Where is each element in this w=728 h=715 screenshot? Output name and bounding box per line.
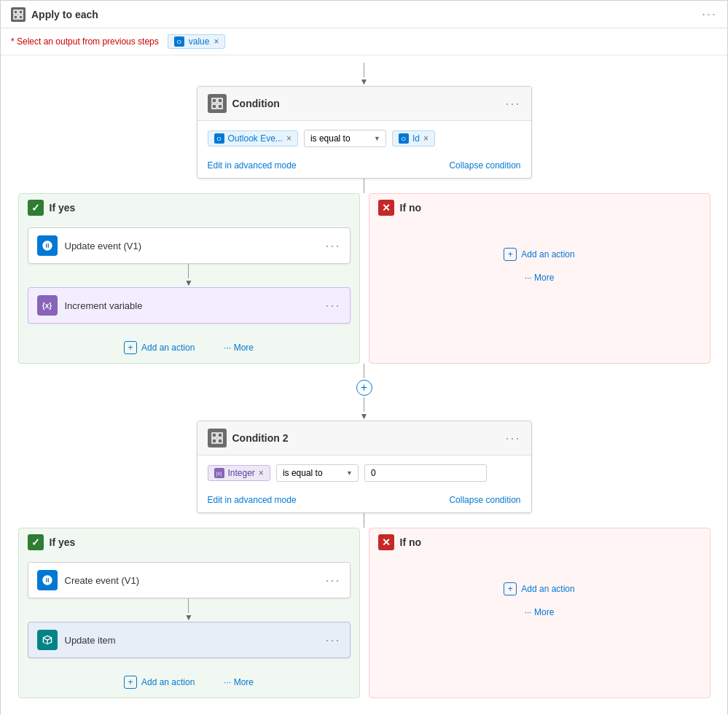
condition1-icon: [208, 94, 227, 113]
value-chip-icon: O: [174, 36, 184, 47]
check-yes-2-icon: ✓: [28, 534, 44, 550]
svg-rect-7: [218, 104, 222, 109]
svg-rect-5: [218, 98, 222, 103]
condition2-operator-wrapper: is equal to is not equal to: [276, 464, 359, 482]
condition1-operator[interactable]: is equal to is not equal to contains: [304, 130, 386, 147]
select-output-row: * Select an output from previous steps O…: [1, 28, 727, 55]
add-action-ifno-1-btn[interactable]: + Add an action: [498, 245, 580, 264]
condition1-edit-link[interactable]: Edit in advanced mode: [208, 160, 297, 171]
condition2-left-token[interactable]: (x) Integer ×: [208, 465, 270, 481]
action-update-event-dots[interactable]: ···: [325, 238, 340, 254]
condition1-left-token[interactable]: O Outlook Eve... ×: [208, 130, 298, 146]
action-increment[interactable]: {x} Increment variable ···: [28, 287, 351, 324]
condition2-icon: [208, 429, 227, 448]
condition1-title: Condition: [232, 98, 280, 109]
action-create-event-icon: [37, 570, 58, 590]
bottom-actions: [364, 704, 364, 715]
if-no-1-body: + Add an action ··· More: [369, 222, 710, 309]
main-container: Apply to each ··· * Select an output fro…: [0, 0, 728, 715]
more-ifno-1-btn[interactable]: ··· More: [519, 270, 560, 286]
add-action-ifno-1-label: Add an action: [521, 249, 574, 259]
action-update-item-left: Update item: [37, 630, 116, 650]
add-action-2-btn[interactable]: + Add an action: [118, 673, 200, 692]
value-chip[interactable]: O value ×: [168, 34, 226, 49]
add-action-1-btn[interactable]: + Add an action: [118, 338, 200, 357]
more-2-btn[interactable]: ··· More: [218, 674, 259, 690]
condition2-three-dots[interactable]: ···: [505, 431, 520, 446]
svg-rect-9: [218, 433, 222, 437]
condition2-title: Condition 2: [232, 432, 289, 444]
action-create-event[interactable]: Create event (V1) ···: [28, 562, 351, 598]
check-no-2-icon: ✕: [378, 534, 394, 550]
action-update-item-title: Update item: [65, 635, 116, 646]
condition2-body: (x) Integer × is equal to is not equal t…: [197, 456, 531, 491]
if-yes-1-header: ✓ If yes: [19, 194, 359, 222]
if-no-2-label: If no: [400, 536, 422, 548]
add-between-icon[interactable]: +: [356, 380, 372, 396]
action-update-item[interactable]: Update item ···: [28, 622, 351, 658]
action-update-item-icon: [37, 630, 58, 650]
header-three-dots[interactable]: ···: [702, 7, 717, 22]
add-action-1-icon: +: [124, 341, 137, 354]
action-update-event[interactable]: Update event (V1) ···: [28, 227, 351, 264]
action-increment-dots[interactable]: ···: [325, 298, 340, 313]
more-2-label: ··· More: [224, 677, 254, 687]
action-update-event-title: Update event (V1): [65, 241, 142, 251]
condition1-header: Condition ···: [197, 87, 531, 121]
more-ifno-2-btn[interactable]: ··· More: [519, 604, 560, 620]
add-action-2-icon: +: [124, 676, 137, 689]
if-yes-2-footer: + Add an action ··· More: [19, 667, 359, 698]
apply-to-each-icon: [11, 7, 26, 22]
if-no-2-body: + Add an action ··· More: [369, 556, 710, 644]
add-action-ifno-2-label: Add an action: [521, 584, 574, 594]
value-chip-close[interactable]: ×: [214, 36, 219, 47]
connector-to-cond2: + ▼: [356, 364, 372, 421]
condition1-right-token[interactable]: O Id ×: [392, 130, 435, 146]
apply-header-title: Apply to each: [31, 9, 98, 20]
connector-update-increment: ▼: [184, 264, 193, 287]
connector-create-update: ▼: [184, 598, 193, 622]
if-yes-1-label: If yes: [50, 202, 76, 214]
condition2-header: Condition 2 ···: [197, 421, 531, 456]
add-action-ifno-2-icon: +: [504, 582, 517, 595]
svg-rect-11: [218, 439, 222, 443]
condition2-right-input[interactable]: [364, 464, 487, 482]
condition2-edit-link[interactable]: Edit in advanced mode: [208, 495, 297, 505]
add-action-ifno-1-icon: +: [504, 248, 517, 261]
if-yes-2-body: Create event (V1) ··· ▼: [19, 556, 359, 667]
condition2-collapse-link[interactable]: Collapse condition: [449, 495, 520, 505]
if-no-2-header: ✕ If no: [369, 528, 710, 556]
value-chip-label: value: [189, 36, 210, 47]
connector-to-split1: [364, 179, 364, 193]
condition1-row: O Outlook Eve... × is equal to is not eq…: [208, 130, 521, 147]
condition1-left-close[interactable]: ×: [286, 133, 291, 144]
condition2-operator[interactable]: is equal to is not equal to: [276, 464, 359, 482]
if-yes-1-body: Update event (V1) ··· ▼ {x}: [19, 222, 359, 332]
more-ifno-1-label: ··· More: [525, 273, 555, 283]
outlook-id-icon: O: [399, 133, 409, 144]
svg-rect-2: [14, 15, 17, 19]
svg-rect-1: [19, 10, 23, 14]
more-1-btn[interactable]: ··· More: [218, 340, 259, 356]
action-increment-left: {x} Increment variable: [37, 295, 143, 316]
split2-container: ✓ If yes Create event (V1) ···: [18, 528, 711, 698]
condition1-links: Edit in advanced mode Collapse condition: [197, 156, 531, 178]
if-no-panel-2: ✕ If no + Add an action ··· More: [369, 528, 711, 698]
action-update-item-dots[interactable]: ···: [325, 633, 340, 648]
connector-to-split2: [364, 513, 364, 528]
add-action-ifno-2-btn[interactable]: + Add an action: [498, 579, 580, 598]
condition2-left-close[interactable]: ×: [259, 468, 264, 478]
if-yes-panel-1: ✓ If yes Update event (V1) ···: [18, 193, 360, 364]
condition1-right-close[interactable]: ×: [423, 133, 428, 144]
svg-rect-0: [14, 10, 17, 14]
condition2-row: (x) Integer × is equal to is not equal t…: [208, 464, 521, 482]
if-yes-2-header: ✓ If yes: [19, 528, 359, 556]
more-ifno-2-label: ··· More: [525, 607, 555, 617]
if-yes-1-footer: + Add an action ··· More: [19, 332, 359, 363]
condition1-collapse-link[interactable]: Collapse condition: [449, 160, 520, 171]
action-create-event-dots[interactable]: ···: [325, 573, 340, 588]
condition1-block: Condition ··· O Outlook Eve... × is equa…: [197, 86, 532, 179]
outlook-icon: O: [214, 133, 224, 144]
if-yes-panel-2: ✓ If yes Create event (V1) ···: [18, 528, 360, 698]
condition1-three-dots[interactable]: ···: [505, 96, 520, 112]
